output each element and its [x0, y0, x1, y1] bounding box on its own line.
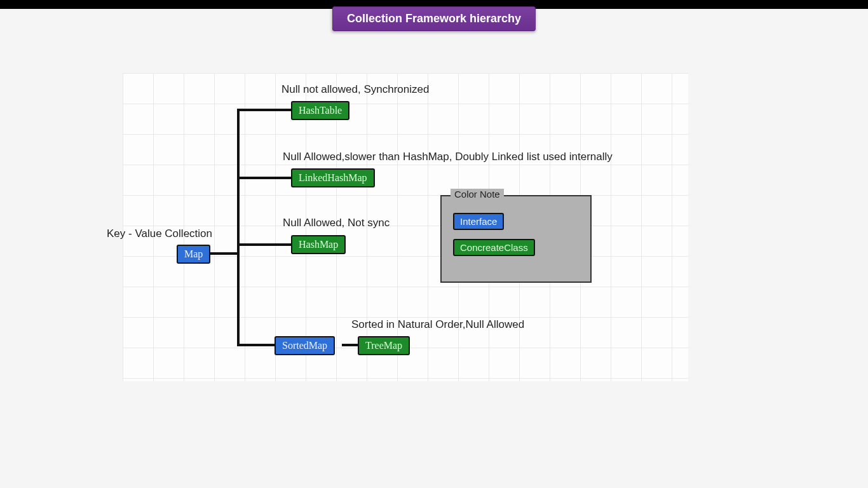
node-hashtable: HashTable — [291, 101, 349, 120]
connector — [342, 344, 358, 346]
connector — [210, 252, 237, 255]
connector — [237, 177, 291, 179]
note-hashtable: Null not allowed, Synchronized — [281, 83, 429, 96]
connector — [237, 109, 291, 111]
node-map: Map — [177, 245, 210, 264]
node-sortedmap: SortedMap — [275, 336, 335, 355]
node-hashmap: HashMap — [291, 235, 346, 254]
note-hashmap: Null Allowed, Not sync — [283, 217, 390, 229]
legend-interface: Interface — [453, 213, 504, 230]
connector — [237, 344, 276, 346]
root-label: Key - Value Collection — [107, 227, 212, 240]
node-treemap: TreeMap — [358, 336, 410, 355]
legend-concrete: ConcreateClass — [453, 239, 535, 256]
legend-title: Color Note — [451, 189, 504, 200]
page-title: Collection Framework hierarchy — [332, 6, 536, 31]
note-treemap: Sorted in Natural Order,Null Allowed — [351, 318, 524, 331]
connector — [237, 109, 240, 346]
connector — [237, 243, 291, 246]
diagram-canvas: Key - Value Collection Map Null not allo… — [123, 73, 688, 381]
note-linkedhashmap: Null Allowed,slower than HashMap, Doubly… — [283, 151, 613, 163]
legend-panel: Color Note Interface ConcreateClass — [440, 195, 592, 283]
node-linkedhashmap: LinkedHashMap — [291, 168, 375, 187]
